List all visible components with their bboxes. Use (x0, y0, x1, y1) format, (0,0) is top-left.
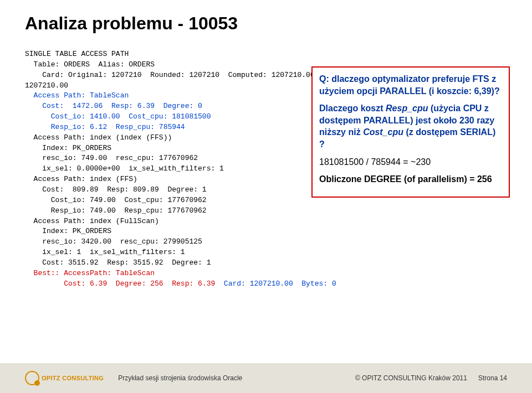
question-1: Q: dlaczego optymalizator preferuje FTS … (319, 73, 502, 97)
question-2: Dlaczego koszt Resp_cpu (użycia CPU z do… (319, 102, 502, 150)
calc-note: 181081500 / 785944 = ~230 (319, 156, 502, 168)
slide-footer: OPITZ CONSULTING Przykład sesji strojeni… (0, 363, 532, 393)
logo-icon (25, 371, 39, 385)
annotation-box: Q: dlaczego optymalizator preferuje FTS … (311, 66, 510, 198)
degree-note: Obliczone DEGREE (of parallelism) = 256 (319, 173, 502, 185)
logo: OPITZ CONSULTING (25, 371, 104, 385)
footer-title: Przykład sesji strojenia środowiska Orac… (118, 374, 242, 382)
footer-right: © OPITZ CONSULTING Kraków 2011 Strona 14 (355, 374, 507, 382)
logo-text: OPITZ CONSULTING (42, 375, 104, 381)
slide-title: Analiza problemu - 10053 (25, 13, 507, 34)
